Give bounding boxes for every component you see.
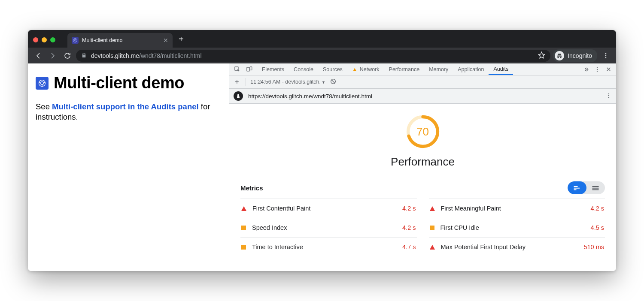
- tab-label: Sources: [323, 66, 343, 72]
- svg-point-11: [597, 69, 598, 69]
- close-tab-icon[interactable]: ✕: [163, 37, 168, 44]
- metric-value: 4.7 s: [402, 244, 416, 250]
- metric-name: Max Potential First Input Delay: [441, 244, 526, 250]
- maximize-window-button[interactable]: [50, 37, 55, 42]
- triangle-icon: [430, 245, 435, 250]
- warning-icon: ▲: [352, 66, 358, 72]
- metric-name: Time to Interactive: [252, 244, 303, 250]
- square-icon: [241, 245, 246, 250]
- metric-row[interactable]: First CPU Idle4.5 s: [429, 218, 605, 237]
- devtools-tab-audits[interactable]: Audits: [489, 63, 513, 75]
- devtools-tab-sources[interactable]: Sources: [318, 63, 347, 75]
- devtools-menu-icon[interactable]: [592, 64, 602, 75]
- triangle-icon: [241, 206, 246, 211]
- tab-title: Multi-client demo: [82, 37, 122, 43]
- audit-url-text: https://devtools.glitch.me/wndt78/multic…: [248, 93, 372, 99]
- metric-value: 4.5 s: [591, 224, 604, 231]
- svg-point-10: [597, 67, 598, 68]
- tab-label: Console: [294, 66, 313, 72]
- metric-name: Speed Index: [252, 224, 287, 231]
- svg-point-0: [73, 39, 77, 42]
- svg-point-2: [605, 53, 607, 54]
- audits-toolbar: + 11:24:56 AM - devtools.glitch.▼: [229, 75, 616, 89]
- browser-toolbar: devtools.glitch.me/wndt78/multiclient.ht…: [28, 48, 616, 63]
- tab-label: Memory: [429, 66, 448, 72]
- url-text: devtools.glitch.me/wndt78/multiclient.ht…: [91, 52, 202, 59]
- favicon-icon: [72, 37, 79, 44]
- devtools-tabbar: ElementsConsoleSources▲NetworkPerformanc…: [229, 63, 616, 75]
- svg-point-1: [74, 39, 76, 41]
- metric-value: 4.2 s: [591, 205, 604, 212]
- metric-row[interactable]: First Meaningful Paint4.2 s: [429, 199, 605, 218]
- audit-url-bar: https://devtools.glitch.me/wndt78/multic…: [229, 89, 616, 104]
- svg-point-14: [608, 93, 609, 94]
- metric-row[interactable]: Speed Index4.2 s: [240, 218, 417, 237]
- devtools-tab-network[interactable]: ▲Network: [347, 63, 384, 75]
- svg-point-4: [605, 57, 607, 58]
- performance-score: 70: [405, 114, 440, 149]
- audit-report: 70 Performance Metrics First: [229, 104, 616, 271]
- devtools-tab-memory[interactable]: Memory: [424, 63, 453, 75]
- back-button[interactable]: [32, 50, 44, 62]
- square-icon: [241, 226, 246, 230]
- gauge-title: Performance: [391, 155, 455, 169]
- browser-menu-button[interactable]: [600, 50, 612, 62]
- metrics-heading: Metrics: [240, 184, 263, 192]
- new-tab-button[interactable]: +: [173, 34, 190, 48]
- rendered-page: Multi-client demo See Multi-client suppo…: [28, 63, 229, 271]
- svg-point-3: [605, 55, 607, 56]
- tab-strip: Multi-client demo ✕ +: [28, 30, 616, 48]
- metric-row[interactable]: First Contentful Paint4.2 s: [240, 199, 417, 218]
- metrics-grid: First Contentful Paint4.2 sFirst Meaning…: [240, 199, 605, 256]
- incognito-label: Incognito: [568, 52, 592, 59]
- page-logo-icon: [36, 77, 49, 90]
- minimize-window-button[interactable]: [42, 37, 47, 42]
- inspect-element-icon[interactable]: [232, 64, 242, 75]
- reload-button[interactable]: [61, 50, 73, 62]
- browser-window: Multi-client demo ✕ + devtools.glitch.me…: [28, 30, 616, 271]
- devtools-tab-performance[interactable]: Performance: [384, 63, 425, 75]
- device-toolbar-icon[interactable]: [244, 64, 254, 75]
- address-bar[interactable]: devtools.glitch.me/wndt78/multiclient.ht…: [76, 50, 550, 62]
- devtools-tab-console[interactable]: Console: [289, 63, 318, 75]
- audit-run-selector[interactable]: 11:24:56 AM - devtools.glitch.▼: [250, 79, 325, 85]
- devtools-tab-elements[interactable]: Elements: [257, 63, 289, 75]
- bookmark-star-icon[interactable]: [538, 51, 545, 60]
- close-window-button[interactable]: [33, 37, 38, 42]
- devtools-close-icon[interactable]: [603, 64, 614, 75]
- incognito-icon: [555, 51, 564, 60]
- instructions-link[interactable]: Multi-client support in the Audits panel: [52, 102, 201, 111]
- metric-row[interactable]: Time to Interactive4.7 s: [240, 237, 417, 256]
- toggle-expanded-icon[interactable]: [586, 181, 605, 194]
- metric-row[interactable]: Max Potential First Input Delay510 ms: [429, 237, 605, 256]
- metric-name: First Meaningful Paint: [441, 205, 501, 212]
- devtools-tab-application[interactable]: Application: [453, 63, 489, 75]
- metric-value: 4.2 s: [402, 224, 416, 231]
- tab-label: Elements: [262, 66, 284, 72]
- triangle-icon: [430, 206, 435, 211]
- audit-options-icon[interactable]: [606, 93, 612, 100]
- more-tabs-icon[interactable]: [581, 64, 591, 75]
- browser-tab[interactable]: Multi-client demo ✕: [67, 33, 173, 48]
- devtools-inspect-controls: [229, 63, 257, 75]
- incognito-badge[interactable]: Incognito: [553, 49, 597, 62]
- tab-label: Network: [360, 66, 380, 72]
- toggle-concise-icon[interactable]: [568, 181, 586, 194]
- metric-name: First CPU Idle: [440, 224, 479, 231]
- content-area: Multi-client demo See Multi-client suppo…: [28, 63, 616, 271]
- tab-label: Performance: [389, 66, 420, 72]
- metric-value: 4.2 s: [402, 205, 416, 212]
- tab-label: Application: [458, 66, 484, 72]
- separator: [246, 78, 246, 86]
- page-body: See Multi-client support in the Audits p…: [36, 102, 221, 122]
- metric-value: 510 ms: [583, 244, 604, 250]
- new-audit-button[interactable]: +: [233, 78, 241, 86]
- metrics-view-toggle[interactable]: [568, 181, 605, 194]
- svg-point-6: [41, 81, 44, 84]
- svg-rect-8: [246, 67, 249, 71]
- svg-point-12: [597, 70, 598, 71]
- svg-point-15: [608, 95, 609, 96]
- clear-audit-icon[interactable]: [330, 78, 337, 86]
- forward-button[interactable]: [47, 50, 59, 62]
- devtools-panel: ElementsConsoleSources▲NetworkPerformanc…: [229, 63, 616, 271]
